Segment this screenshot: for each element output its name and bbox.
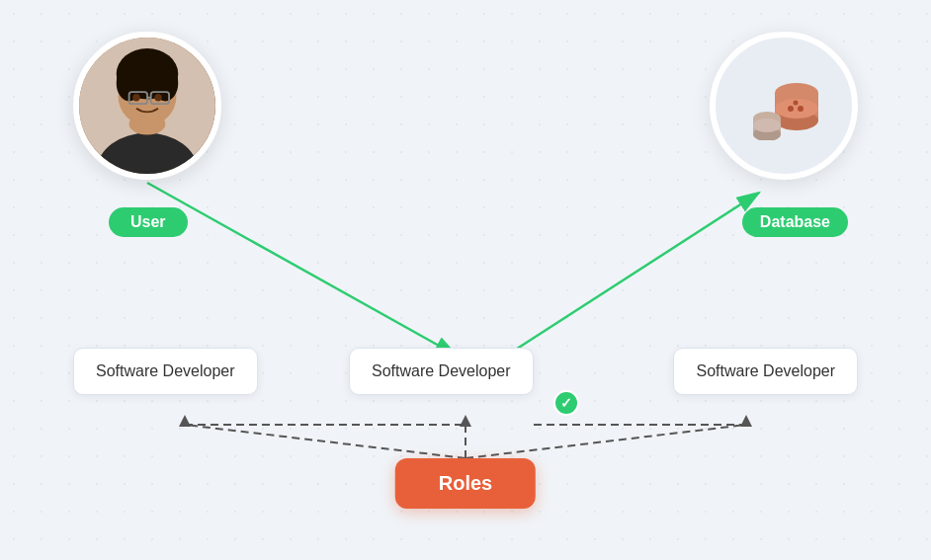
role-box-center: Software Developer (349, 348, 534, 395)
user-avatar (73, 32, 221, 180)
svg-point-29 (798, 106, 804, 112)
database-avatar (710, 32, 858, 180)
svg-point-34 (753, 119, 781, 132)
svg-point-23 (129, 113, 166, 134)
svg-point-30 (794, 101, 799, 106)
role-box-right: Software Developer (673, 348, 858, 395)
svg-point-19 (154, 94, 161, 101)
role-box-left: Software Developer (73, 348, 258, 395)
database-label: Database (742, 207, 848, 237)
check-badge: ✓ (553, 390, 579, 416)
svg-point-28 (788, 106, 794, 112)
user-label: User (109, 207, 188, 237)
roles-button[interactable]: Roles (395, 458, 536, 509)
svg-point-18 (132, 94, 139, 101)
